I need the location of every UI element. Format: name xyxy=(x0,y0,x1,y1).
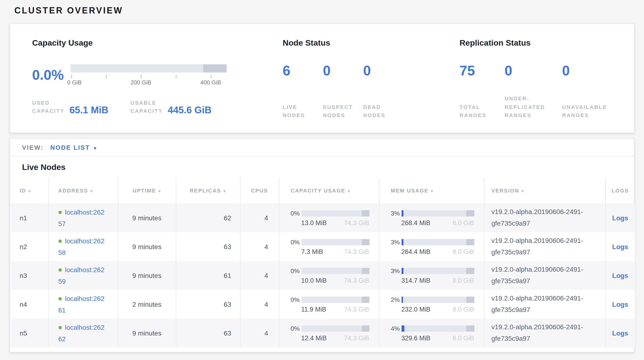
node-cpus-cell: 4 xyxy=(240,290,279,319)
node-mem-usage-cell: 2% 232.0 MiB 8.0 GiB xyxy=(379,290,484,319)
mem-mini-bar xyxy=(401,239,474,245)
cluster-overview-page: CLUSTER OVERVIEW Capacity Usage 0.0% xyxy=(0,0,644,352)
used-capacity-stat: USED CAPACITY 65.1 MiB xyxy=(32,99,108,115)
logs-link[interactable]: Logs xyxy=(612,329,628,337)
mem-mini-bar xyxy=(401,210,474,217)
dead-nodes-value: 0 xyxy=(363,64,404,77)
capacity-mini-bar xyxy=(301,239,369,245)
usable-capacity-label: USABLE CAPACITY xyxy=(130,99,161,115)
node-capacity-usage-cell: 0% 7.3 MiB 74.3 GiB xyxy=(279,232,379,261)
node-mem-usage-cell: 3% 314.7 MiB 8.0 GiB xyxy=(379,261,484,290)
node-logs-cell: Logs xyxy=(605,319,635,347)
column-header-replicas[interactable]: REPLICAS▾ xyxy=(176,177,240,204)
capacity-total-value: 74.3 GiB xyxy=(344,305,369,313)
capacity-used-value: 12.4 MiB xyxy=(301,334,327,341)
column-header-mem-usage[interactable]: MEM USAGE▾ xyxy=(379,177,484,204)
partial-next-row xyxy=(10,347,634,352)
mem-percent: 3% xyxy=(391,267,401,274)
node-version-cell: v19.2.0-alpha.20190606-2491-gfe735c9a97 xyxy=(484,319,605,347)
sort-arrow-icon: ▾ xyxy=(158,189,161,194)
column-header-id[interactable]: ID▾ xyxy=(10,177,48,204)
live-status-dot xyxy=(58,297,62,300)
node-version-cell: v19.2.0-alpha.20190606-2491-gfe735c9a97 xyxy=(484,261,605,290)
node-mem-usage-cell: 3% 264.4 MiB 8.0 GiB xyxy=(379,232,484,261)
column-header-address[interactable]: ADDRESS▾ xyxy=(48,177,118,204)
suspect-nodes-label: SUSPECT NODES xyxy=(323,103,356,120)
capacity-used-value: 13.0 MiB xyxy=(301,219,327,227)
node-logs-cell: Logs xyxy=(605,261,635,290)
capacity-mini-bar xyxy=(301,325,369,331)
node-replicas-cell: 63 xyxy=(176,290,240,319)
node-uptime-cell: 9 minutes xyxy=(118,204,176,232)
unavailable-ranges-value: 0 xyxy=(562,64,634,77)
node-address-link[interactable]: localhost:26257 xyxy=(58,206,106,230)
view-dropdown[interactable]: NODE LIST ▾ xyxy=(50,144,97,151)
node-address-cell: localhost:26259 xyxy=(48,261,118,290)
live-nodes-stat: 6 LIVE NODES xyxy=(283,64,323,120)
logs-link[interactable]: Logs xyxy=(612,300,628,308)
node-id-cell: n5 xyxy=(10,319,48,347)
node-address-cell: localhost:26258 xyxy=(48,232,118,261)
column-header-cpus[interactable]: CPUS xyxy=(240,177,279,204)
total-ranges-label: TOTAL RANGES xyxy=(460,103,504,120)
node-replicas-cell: 63 xyxy=(176,232,240,261)
node-capacity-usage-cell: 0% 10.0 MiB 74.3 GiB xyxy=(279,261,379,290)
logs-link[interactable]: Logs xyxy=(612,214,628,222)
column-header-capacity-usage[interactable]: CAPACITY USAGE▾ xyxy=(279,177,379,204)
capacity-total-value: 74.3 GiB xyxy=(344,248,369,255)
node-logs-cell: Logs xyxy=(605,290,635,319)
live-nodes-tbody: n1 localhost:26257 9 minutes 62 4 0% 13.… xyxy=(10,204,635,347)
view-dropdown-value: NODE LIST xyxy=(50,144,90,151)
node-address-link[interactable]: localhost:26262 xyxy=(58,321,106,345)
node-address-link[interactable]: localhost:26259 xyxy=(58,264,106,287)
node-uptime-cell: 2 minutes xyxy=(118,290,176,319)
under-replicated-ranges-label: UNDER-REPLICATED RANGES xyxy=(504,95,552,120)
capacity-used-value: 11.9 MiB xyxy=(301,305,326,313)
node-status-panel: Node Status 6 LIVE NODES 0 SUSPECT NODES… xyxy=(283,38,460,120)
view-label: VIEW: xyxy=(22,144,44,151)
capacity-usage-panel: Capacity Usage 0.0% xyxy=(32,38,283,120)
capacity-percent: 0% xyxy=(290,267,301,274)
mem-total-value: 8.0 GiB xyxy=(452,219,474,227)
node-capacity-usage-cell: 0% 12.4 MiB 74.3 GiB xyxy=(279,319,379,347)
sort-arrow-icon: ▾ xyxy=(90,189,93,194)
view-bar: VIEW: NODE LIST ▾ xyxy=(10,139,634,156)
mem-used-value: 329.6 MiB xyxy=(401,334,430,341)
live-status-dot xyxy=(58,326,62,329)
used-capacity-label: USED CAPACITY xyxy=(32,99,63,115)
mem-used-value: 268.4 MiB xyxy=(401,219,430,227)
total-ranges-stat: 75 TOTAL RANGES xyxy=(460,64,504,120)
capacity-total-value: 74.3 GiB xyxy=(344,219,369,227)
logs-link[interactable]: Logs xyxy=(612,243,628,251)
node-mem-usage-cell: 4% 329.6 MiB 8.0 GiB xyxy=(379,319,484,347)
column-header-uptime[interactable]: UPTIME▾ xyxy=(118,177,176,204)
capacity-total-value: 74.3 GiB xyxy=(344,277,369,284)
table-header-row: ID▾ ADDRESS▾ UPTIME▾ REPLICAS▾ CPUS CAPA… xyxy=(10,177,635,204)
node-replicas-cell: 63 xyxy=(176,319,240,347)
capacity-bar-reserved-segment xyxy=(203,64,227,72)
total-ranges-value: 75 xyxy=(460,64,504,77)
capacity-used-percent: 0.0% xyxy=(32,68,64,82)
mem-mini-bar xyxy=(401,268,474,274)
summary-card: Capacity Usage 0.0% xyxy=(10,24,634,133)
capacity-usage-bar: 0 GiB 200 GiB 400 GiB xyxy=(70,64,227,86)
mem-used-value: 232.0 MiB xyxy=(401,305,430,313)
logs-link[interactable]: Logs xyxy=(612,272,628,279)
node-address-link[interactable]: localhost:26261 xyxy=(58,293,106,316)
capacity-total-value: 74.3 GiB xyxy=(344,334,369,341)
mem-mini-bar xyxy=(401,325,474,331)
mem-total-value: 8.0 GiB xyxy=(452,305,474,313)
usable-capacity-value: 445.6 GiB xyxy=(168,105,211,116)
node-id-cell: n2 xyxy=(10,232,48,261)
node-cpus-cell: 4 xyxy=(240,232,279,261)
mem-total-value: 8.0 GiB xyxy=(452,277,474,284)
node-address-link[interactable]: localhost:26258 xyxy=(58,235,106,258)
used-capacity-value: 65.1 MiB xyxy=(70,105,108,116)
node-replicas-cell: 62 xyxy=(176,204,240,232)
under-replicated-ranges-value: 0 xyxy=(504,64,562,77)
suspect-nodes-stat: 0 SUSPECT NODES xyxy=(323,64,363,120)
node-mem-usage-cell: 3% 268.4 MiB 8.0 GiB xyxy=(379,204,484,232)
unavailable-ranges-label: UNAVAILABLE RANGES xyxy=(562,103,615,120)
column-header-version[interactable]: VERSION▾ xyxy=(484,177,605,204)
node-uptime-cell: 9 minutes xyxy=(118,261,176,290)
